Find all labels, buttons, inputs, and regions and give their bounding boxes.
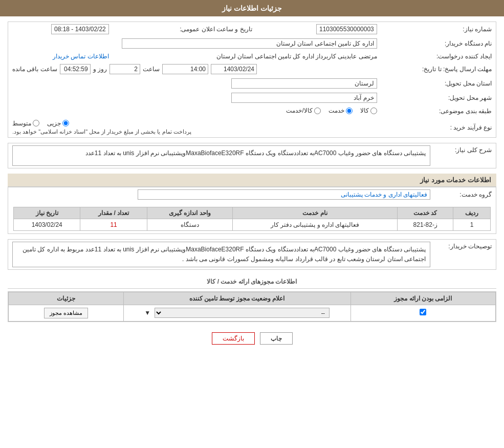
permits-header-row: الزامی بودن ارائه مجوز اعلام وضعیت مجوز … xyxy=(9,292,496,305)
remaining-time: 04:52:59 xyxy=(60,64,91,74)
value-city: خرم آباد xyxy=(8,91,381,105)
buyer-notes-section: توصیحات خریدار: پشتیبانی دستگاه های حضور… xyxy=(8,239,496,270)
days-label: روز و xyxy=(93,66,107,73)
radio-jozi[interactable]: جزیی xyxy=(47,120,69,127)
cell-row: 1 xyxy=(453,219,491,230)
general-desc-table: شرح کلی نیاز: پشتیبانی دستگاه های حضور و… xyxy=(8,143,496,168)
dropdown-icon: ▼ xyxy=(144,309,150,316)
process-radio-group: متوسط جزیی xyxy=(12,120,69,127)
main-content: شماره نیاز: 1103005530000003 تاریخ و ساع… xyxy=(0,16,504,355)
value-service-group: فعالیتهای اداری و خدمات پشتیبانی xyxy=(8,187,434,202)
time-label: ساعت xyxy=(143,66,160,73)
permit-status-cell: -- ▼ xyxy=(123,305,350,321)
radio-jozi-label: جزیی xyxy=(47,120,61,127)
value-province: لرستان xyxy=(8,76,381,91)
value-announce-date: 1403/02/22 - 08:18 xyxy=(8,22,113,36)
buyer-notes-table: توصیحات خریدار: پشتیبانی دستگاه های حضور… xyxy=(8,240,496,269)
th-unit: واحد اندازه گیری xyxy=(147,207,232,219)
th-name: نام خدمت xyxy=(232,207,398,219)
label-service-group: گروه خدمت: xyxy=(434,187,496,202)
th-date: تاریخ نیاز xyxy=(14,207,80,219)
radio-khadamat-label: خدمت xyxy=(328,107,344,114)
top-info-table: شماره نیاز: 1103005530000003 تاریخ و ساع… xyxy=(8,22,496,137)
value-general-desc: پشتیبانی دستگاه های حضور وغیاب AC7000به … xyxy=(8,143,434,168)
contact-info-link[interactable]: اطلاعات تماس خریدار xyxy=(53,53,109,60)
radio-khadamat[interactable]: خدمت xyxy=(328,107,353,114)
cell-name: فعالیتهای اداره و پشتیبانی دفتر کار xyxy=(232,219,398,230)
process-desc: پرداخت تمام یا بخشی از مبلغ خریدار از مح… xyxy=(12,129,191,135)
row-category: طبقه بندی موضوعی: کالا/خدمت خدمت xyxy=(8,105,496,118)
label-province: استان محل تحویل: xyxy=(381,76,496,91)
radio-khadamat-input[interactable] xyxy=(346,108,353,114)
th-code: کد خدمت xyxy=(398,207,453,219)
action-buttons: چاپ بازگشت xyxy=(8,327,496,350)
radio-kala-khadamat-input[interactable] xyxy=(314,108,321,114)
label-buyer-org: نام دستگاه خریدار: xyxy=(381,36,496,51)
cell-date: 1403/02/24 xyxy=(14,219,80,230)
province-box: لرستان xyxy=(231,78,377,89)
process-container: متوسط جزیی پرداخت تمام یا بخشی از مبلغ خ… xyxy=(12,120,377,135)
value-creator: مرتضی عابدینی کاربرداز اداره کل تامین اج… xyxy=(113,51,381,62)
radio-jozi-input[interactable] xyxy=(62,120,69,126)
row-buyer-notes: توصیحات خریدار: پشتیبانی دستگاه های حضور… xyxy=(8,240,496,269)
radio-kala[interactable]: کالا xyxy=(360,107,377,114)
permits-table-head: الزامی بودن ارائه مجوز اعلام وضعیت مجوز … xyxy=(9,292,496,305)
category-radio-group: کالا/خدمت خدمت کالا xyxy=(286,107,377,114)
label-announce-date: تاریخ و ساعت اعلان عمومی: xyxy=(113,22,262,36)
print-button[interactable]: چاپ xyxy=(260,332,293,345)
services-table: ردیف کد خدمت نام خدمت واحد اندازه گیری ت… xyxy=(13,207,491,231)
general-desc-section: شرح کلی نیاز: پشتیبانی دستگاه های حضور و… xyxy=(8,143,496,168)
radio-motawaset-input[interactable] xyxy=(33,120,39,126)
deadline-days: 2 xyxy=(109,64,140,74)
permit-required-checkbox[interactable] xyxy=(420,309,426,315)
radio-kala-khadamat-label: کالا/خدمت xyxy=(286,107,312,114)
buyer-org-box: اداره کل تامین اجتماعی استان لرستان xyxy=(122,38,377,49)
value-order-number: 1103005530000003 xyxy=(262,22,381,36)
view-permit-button[interactable]: مشاهده مجوز xyxy=(44,308,88,318)
label-order-number: شماره نیاز: xyxy=(381,22,496,36)
permits-section-title: اطلاعات مجوزهای ارائه خدمت / کالا xyxy=(8,275,496,289)
radio-kala-khadamat[interactable]: کالا/خدمت xyxy=(286,107,320,114)
data-table-wrapper: ردیف کد خدمت نام خدمت واحد اندازه گیری ت… xyxy=(8,202,496,233)
th-permit-status: اعلام وضعیت مجوز توسط تامین کننده xyxy=(123,292,350,305)
top-info-section: شماره نیاز: 1103005530000003 تاریخ و ساع… xyxy=(8,22,496,138)
value-buyer-notes: پشتیبانی دستگاه های حضور وغیاب AC7000به … xyxy=(8,240,434,269)
label-creator: ایجاد کننده درخواست: xyxy=(381,51,496,62)
back-button[interactable]: بازگشت xyxy=(212,332,255,345)
buyer-notes-box: پشتیبانی دستگاه های حضور وغیاب AC7000به … xyxy=(12,242,430,267)
permit-row: -- ▼ مشاهده مجوز xyxy=(9,305,496,321)
row-province: استان محل تحویل: لرستان xyxy=(8,76,496,91)
order-number-box: 1103005530000003 xyxy=(316,24,377,34)
services-table-head: ردیف کد خدمت نام خدمت واحد اندازه گیری ت… xyxy=(14,207,491,219)
service-group-link[interactable]: فعالیتهای اداری و خدمات پشتیبانی xyxy=(341,191,427,198)
creator-text: مرتضی عابدینی کاربرداز اداره کل تامین اج… xyxy=(216,53,377,60)
contact-link-cell: اطلاعات تماس خریدار xyxy=(8,51,113,62)
remaining-label: ساعت باقی مانده xyxy=(12,66,57,73)
radio-kala-input[interactable] xyxy=(370,108,377,114)
row-creator: ایجاد کننده درخواست: مرتضی عابدینی کاربر… xyxy=(8,51,496,62)
label-buyer-notes: توصیحات خریدار: xyxy=(434,240,496,269)
row-process: نوع فرآیند خرید : متوسط جزیی xyxy=(8,118,496,137)
permit-details-cell: مشاهده مجوز xyxy=(9,305,124,321)
city-box: خرم آباد xyxy=(231,93,377,103)
cell-qty: 11 xyxy=(80,219,147,230)
th-permit-details: جزئیات xyxy=(9,292,124,305)
announce-date-box: 1403/02/22 - 08:18 xyxy=(51,24,109,34)
radio-motawaset-label: متوسط xyxy=(12,120,31,127)
permit-status-select[interactable]: -- xyxy=(155,308,330,318)
permits-table: الزامی بودن ارائه مجوز اعلام وضعیت مجوز … xyxy=(8,292,496,322)
deadline-date: 1403/02/24 xyxy=(211,64,257,74)
label-deadline: مهلت ارسال پاسخ: تا تاریخ: xyxy=(381,62,496,76)
service-info-title: اطلاعات خدمات مورد نیاز xyxy=(8,174,496,187)
label-category: طبقه بندی موضوعی: xyxy=(381,105,496,118)
radio-kala-label: کالا xyxy=(360,107,369,114)
service-group-section: گروه خدمت: فعالیتهای اداری و خدمات پشتیب… xyxy=(8,187,496,234)
general-desc-box: پشتیبانی دستگاه های حضور وغیاب AC7000به … xyxy=(12,145,430,166)
value-category: کالا/خدمت خدمت کالا xyxy=(8,105,381,118)
row-deadline: مهلت ارسال پاسخ: تا تاریخ: ساعت باقی مان… xyxy=(8,62,496,76)
deadline-time: 14:00 xyxy=(162,64,208,74)
radio-motawaset[interactable]: متوسط xyxy=(12,120,39,127)
services-table-header-row: ردیف کد خدمت نام خدمت واحد اندازه گیری ت… xyxy=(14,207,491,219)
cell-unit: دستگاه xyxy=(147,219,232,230)
value-deadline: ساعت باقی مانده 04:52:59 روز و 2 ساعت 14… xyxy=(8,62,381,76)
